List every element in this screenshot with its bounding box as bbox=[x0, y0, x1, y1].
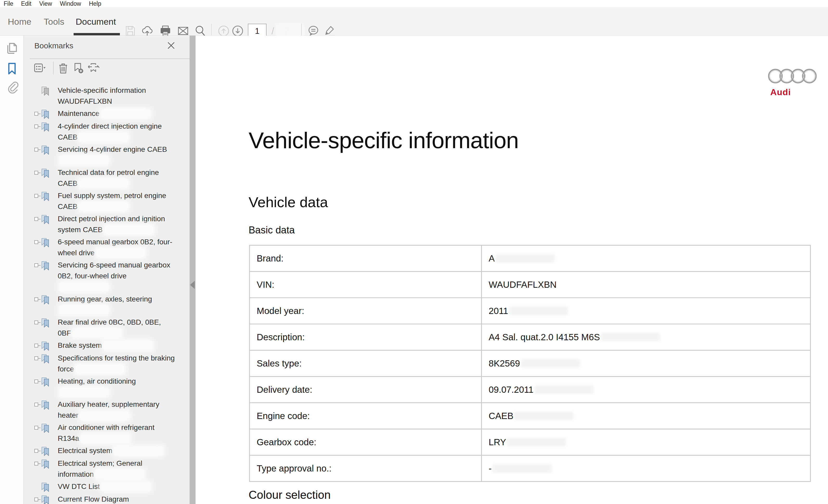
tree-expander-icon[interactable] bbox=[34, 297, 38, 301]
search-icon[interactable] bbox=[194, 25, 206, 37]
page-up-icon[interactable] bbox=[217, 25, 230, 37]
bookmark-label: Brake system bbox=[58, 340, 176, 352]
audi-rings-logo-icon bbox=[768, 67, 817, 85]
panel-resize-divider[interactable] bbox=[190, 36, 196, 504]
bookmark-label: Auxiliary heater, supplementary heater bbox=[58, 399, 176, 421]
bookmark-item[interactable]: Running gear, axles, steering bbox=[31, 294, 178, 316]
bookmark-item[interactable]: Fuel supply system, petrol engine CAEB bbox=[31, 190, 178, 212]
bookmark-item[interactable]: Heating, air conditioning bbox=[31, 376, 178, 398]
bookmark-item[interactable]: 6-speed manual gearbox 0B2, four-wheel d… bbox=[31, 236, 178, 258]
bookmark-ribbon-icon bbox=[41, 191, 50, 202]
save-icon[interactable] bbox=[124, 25, 136, 37]
cloud-upload-icon[interactable] bbox=[141, 25, 154, 37]
bookmark-item[interactable]: Air conditioner with refrigerant R134a bbox=[31, 422, 178, 444]
tree-expander-icon[interactable] bbox=[34, 125, 38, 128]
page-title: Vehicle-specific information bbox=[249, 127, 519, 153]
tree-expander-icon[interactable] bbox=[34, 343, 38, 348]
menu-item[interactable]: File bbox=[4, 0, 13, 7]
bookmark-item[interactable]: Electrical system; General information bbox=[31, 458, 178, 480]
active-panel-notch bbox=[19, 63, 29, 73]
tab-document[interactable]: Document bbox=[76, 8, 116, 35]
bookmark-ribbon-icon bbox=[41, 238, 50, 248]
print-icon[interactable] bbox=[159, 25, 172, 37]
redaction-patch bbox=[60, 283, 108, 291]
redaction-patch bbox=[102, 483, 150, 491]
tab-tools[interactable]: Tools bbox=[44, 8, 64, 35]
tab-home[interactable]: Home bbox=[8, 8, 32, 35]
tree-expander-icon[interactable] bbox=[34, 379, 38, 383]
bookmark-item[interactable]: VW DTC List bbox=[31, 481, 178, 493]
page-down-icon[interactable] bbox=[232, 25, 244, 37]
tree-connector bbox=[38, 242, 41, 242]
comment-icon[interactable] bbox=[307, 25, 319, 37]
bookmark-label: 6-speed manual gearbox 0B2, four-wheel d… bbox=[58, 236, 176, 258]
active-tab-underline bbox=[74, 33, 120, 35]
document-page: Audi Vehicle-specific information Vehicl… bbox=[196, 36, 828, 504]
options-icon[interactable] bbox=[34, 62, 46, 74]
tree-expander-icon[interactable] bbox=[34, 263, 38, 267]
table-row-value: WAUDFAFLXBN bbox=[482, 272, 810, 297]
bookmark-item[interactable]: Brake system bbox=[31, 340, 178, 352]
pages-panel-icon[interactable] bbox=[5, 42, 19, 55]
tree-expander-icon[interactable] bbox=[34, 449, 38, 453]
menu-item[interactable]: View bbox=[39, 0, 52, 7]
bookmark-item[interactable]: Maintenance bbox=[31, 108, 178, 120]
tree-expander-icon[interactable] bbox=[34, 320, 38, 324]
tree-connector bbox=[38, 405, 41, 405]
tree-expander-icon[interactable] bbox=[34, 217, 38, 221]
collapse-panel-arrow-icon[interactable] bbox=[190, 281, 195, 289]
bookmark-item[interactable]: 4-cylinder direct injection engine CAEB bbox=[31, 121, 178, 143]
tree-expander-icon[interactable] bbox=[34, 171, 38, 175]
add-bookmark-icon[interactable] bbox=[72, 62, 84, 74]
bookmark-item[interactable]: Direct petrol injection and ignition sys… bbox=[31, 214, 178, 235]
tree-expander-icon[interactable] bbox=[34, 112, 38, 116]
bookmark-item[interactable]: Servicing 4-cylinder engine CAEB bbox=[31, 144, 178, 166]
bookmark-item[interactable]: Auxiliary heater, supplementary heater bbox=[31, 399, 178, 421]
highlighter-icon[interactable] bbox=[323, 25, 335, 37]
expand-bookmark-icon[interactable] bbox=[87, 62, 99, 74]
redaction-patch bbox=[514, 411, 574, 420]
bookmarks-panel-icon[interactable] bbox=[5, 61, 19, 75]
trash-icon[interactable] bbox=[57, 62, 69, 74]
redaction-patch bbox=[60, 388, 108, 396]
tree-expander-icon[interactable] bbox=[34, 426, 38, 430]
tree-expander-icon[interactable] bbox=[34, 498, 38, 501]
bookmark-item[interactable]: Electrical system bbox=[31, 445, 178, 457]
close-icon[interactable] bbox=[166, 41, 176, 50]
tree-expander-icon[interactable] bbox=[34, 356, 38, 360]
tree-expander-icon[interactable] bbox=[34, 462, 38, 465]
menu-item[interactable]: Help bbox=[89, 0, 101, 7]
bookmark-item[interactable]: Specifications for testing the braking f… bbox=[31, 353, 178, 374]
bookmark-label: Fuel supply system, petrol engine CAEB bbox=[58, 190, 176, 212]
tree-connector bbox=[38, 358, 41, 359]
tree-expander-icon[interactable] bbox=[34, 194, 38, 198]
redaction-patch bbox=[509, 307, 569, 315]
tree-connector bbox=[38, 219, 41, 219]
redaction-patch bbox=[115, 447, 163, 455]
bookmark-item[interactable]: Rear final drive 0BC, 0BD, 0BE, 0BF bbox=[31, 317, 178, 339]
tree-expander-icon[interactable] bbox=[34, 240, 38, 244]
bookmark-gutter bbox=[31, 340, 50, 352]
bookmark-gutter bbox=[31, 236, 50, 258]
attachments-panel-icon[interactable] bbox=[5, 80, 19, 94]
redaction-patch bbox=[60, 306, 108, 314]
bookmark-item[interactable]: Vehicle-specific information WAUDFAFLXBN bbox=[31, 85, 178, 107]
tree-expander-icon[interactable] bbox=[34, 148, 38, 151]
table-row-value: 2011 bbox=[482, 298, 810, 324]
tree-connector bbox=[38, 463, 41, 464]
bookmark-gutter bbox=[31, 144, 50, 166]
bookmark-ribbon-icon bbox=[41, 341, 50, 352]
bookmark-ribbon-icon bbox=[41, 446, 50, 457]
bookmark-label: Running gear, axles, steering bbox=[58, 294, 176, 316]
bookmark-item[interactable]: Servicing 6-speed manual gearbox 0B2, fo… bbox=[31, 260, 178, 292]
email-icon[interactable] bbox=[177, 25, 189, 37]
menu-item[interactable]: Window bbox=[60, 0, 81, 7]
menu-item[interactable]: Edit bbox=[21, 0, 32, 7]
table-row-value: A bbox=[482, 246, 810, 271]
bookmark-gutter bbox=[31, 376, 50, 398]
tree-expander-icon[interactable] bbox=[34, 403, 38, 407]
bookmark-item[interactable]: Current Flow Diagram bbox=[31, 494, 178, 504]
bookmark-item[interactable]: Technical data for petrol engine CAEB bbox=[31, 167, 178, 189]
bookmark-ribbon-icon bbox=[41, 122, 50, 132]
tree-connector bbox=[38, 173, 41, 173]
